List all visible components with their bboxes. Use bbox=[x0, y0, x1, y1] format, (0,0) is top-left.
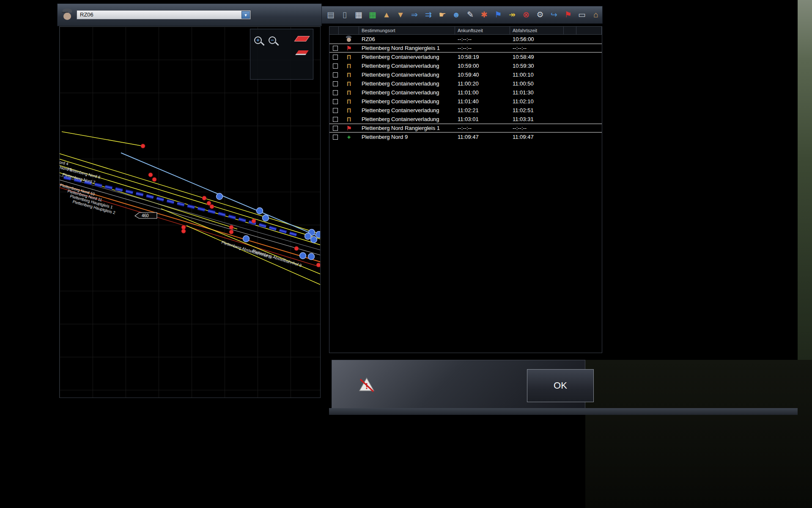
signal-red-dot[interactable] bbox=[207, 201, 211, 205]
signal-blue-dot[interactable] bbox=[243, 236, 250, 242]
row-destination: Plettenberg Containerverladung bbox=[359, 106, 455, 114]
container-terminal-icon: Π bbox=[347, 116, 351, 122]
move-down-icon[interactable]: ▼ bbox=[395, 9, 406, 20]
waypoint-flag-icon: ⚑ bbox=[346, 125, 352, 131]
append-row-icon[interactable]: ⇉ bbox=[423, 9, 434, 20]
timetable-row[interactable]: ΠPlettenberg Containerverladung11:02:211… bbox=[329, 106, 602, 115]
move-up-icon[interactable]: ▲ bbox=[381, 9, 392, 20]
zoom-in-button[interactable]: + bbox=[254, 36, 265, 47]
layout-view-icon[interactable] bbox=[294, 36, 310, 41]
row-checkbox[interactable] bbox=[333, 99, 338, 104]
insert-row-icon[interactable]: ⇒ bbox=[409, 9, 420, 20]
export-icon[interactable]: ↪ bbox=[549, 9, 560, 20]
save-icon[interactable]: ▤ bbox=[325, 9, 336, 20]
row-arrival: 11:02:21 bbox=[455, 106, 510, 114]
signal-blue-dot[interactable] bbox=[257, 208, 263, 214]
timetable-row[interactable]: ΠPlettenberg Containerverladung11:03:011… bbox=[329, 115, 602, 124]
track-edit-icon[interactable] bbox=[295, 50, 309, 55]
waypoint-flag-icon: ⚑ bbox=[346, 45, 352, 51]
timetable-row[interactable]: RZ06--:--:--10:56:00 bbox=[329, 35, 602, 44]
timetable-row[interactable]: ⚑Plettenberg Nord Rangiergleis 1--:--:--… bbox=[329, 44, 602, 52]
pick-icon[interactable]: ☛ bbox=[437, 9, 448, 20]
passenger-icon[interactable]: ☻ bbox=[451, 9, 462, 20]
row-arrival: 10:58:19 bbox=[455, 53, 510, 61]
delete-icon[interactable]: ▯ bbox=[339, 9, 350, 20]
row-destination: Plettenberg Nord Rangiergleis 1 bbox=[359, 44, 455, 52]
row-checkbox[interactable] bbox=[333, 135, 338, 140]
keyboard-icon[interactable]: ▭ bbox=[576, 9, 587, 20]
signal-red-dot[interactable] bbox=[152, 177, 156, 182]
zoom-out-button[interactable]: − bbox=[269, 36, 280, 47]
signal-red-dot[interactable] bbox=[210, 204, 214, 209]
row-arrival: 10:59:40 bbox=[455, 71, 510, 79]
timetable-row[interactable]: ΠPlettenberg Containerverladung10:59:001… bbox=[329, 61, 602, 70]
signal-blue-dot[interactable] bbox=[308, 254, 315, 260]
timetable-row[interactable]: ΠPlettenberg Containerverladung11:00:201… bbox=[329, 79, 602, 88]
row-checkbox[interactable] bbox=[333, 55, 338, 60]
row-checkbox[interactable] bbox=[333, 81, 338, 86]
container-terminal-icon: Π bbox=[347, 99, 351, 105]
timetable-row[interactable]: ΠPlettenberg Containerverladung10:58:191… bbox=[329, 52, 602, 61]
row-checkbox[interactable] bbox=[333, 46, 338, 51]
timetable-row[interactable]: +Plettenberg Nord 911:09:4711:09:47 bbox=[329, 133, 602, 141]
row-destination: Plettenberg Containerverladung bbox=[359, 80, 455, 88]
timetable-row[interactable]: ⚑Plettenberg Nord Rangiergleis 1--:--:--… bbox=[329, 124, 602, 133]
chevron-down-icon[interactable]: ▼ bbox=[241, 11, 250, 19]
track-map-area[interactable]: Plettenberg Nord 4Plettenberg Nord 5Plet… bbox=[59, 26, 321, 398]
track-map: Plettenberg Nord 4Plettenberg Nord 5Plet… bbox=[60, 27, 321, 398]
track-line bbox=[60, 180, 321, 255]
row-checkbox[interactable] bbox=[333, 126, 338, 131]
row-arrival: 11:01:40 bbox=[455, 97, 510, 105]
row-destination: RZ06 bbox=[359, 35, 455, 43]
add-flag-icon[interactable]: ⚑ bbox=[493, 9, 504, 20]
train-selector[interactable]: RZ06 ▼ bbox=[77, 10, 251, 19]
grid-small-icon[interactable]: ▦ bbox=[353, 9, 364, 20]
settings-doc-icon[interactable]: ⚙ bbox=[535, 9, 546, 20]
edit-signal-icon[interactable]: ✎ bbox=[465, 9, 476, 20]
signal-red-dot[interactable] bbox=[141, 144, 145, 148]
signal-red-dot[interactable] bbox=[294, 246, 299, 251]
row-departure: --:--:-- bbox=[510, 44, 564, 52]
signal-red-dot[interactable] bbox=[202, 196, 206, 200]
row-select-cell bbox=[329, 62, 339, 70]
row-departure: 10:58:49 bbox=[510, 53, 564, 61]
signal-red-dot[interactable] bbox=[252, 219, 256, 223]
row-checkbox[interactable] bbox=[333, 90, 338, 95]
signal-blue-dot[interactable] bbox=[311, 237, 317, 243]
row-checkbox[interactable] bbox=[333, 108, 338, 113]
timetable-row[interactable]: ΠPlettenberg Containerverladung11:01:401… bbox=[329, 97, 602, 106]
route-colors-icon[interactable]: ✱ bbox=[479, 9, 490, 20]
row-select-cell bbox=[329, 80, 339, 88]
row-icon-cell: Π bbox=[339, 106, 359, 114]
row-departure: 11:00:10 bbox=[510, 71, 564, 79]
row-destination: Plettenberg Containerverladung bbox=[359, 88, 455, 97]
signal-blue-dot[interactable] bbox=[300, 253, 306, 259]
container-terminal-icon: Π bbox=[347, 90, 351, 96]
row-select-cell bbox=[329, 88, 339, 97]
train-selector-value: RZ06 bbox=[80, 11, 93, 18]
signal-blue-dot[interactable] bbox=[316, 232, 321, 238]
timetable-row[interactable]: ΠPlettenberg Containerverladung10:59:401… bbox=[329, 70, 602, 79]
row-checkbox[interactable] bbox=[333, 72, 338, 77]
jump-icon[interactable]: ↠ bbox=[507, 9, 518, 20]
signal-red-dot[interactable] bbox=[229, 225, 233, 229]
header-departure: Abfahrtszeit bbox=[510, 27, 564, 34]
signal-blue-dot[interactable] bbox=[263, 215, 269, 221]
row-checkbox[interactable] bbox=[333, 64, 338, 69]
remove-target-icon[interactable]: ⊗ bbox=[521, 9, 532, 20]
signal-red-dot[interactable] bbox=[181, 229, 186, 233]
signal-red-dot[interactable] bbox=[148, 173, 153, 177]
row-checkbox[interactable] bbox=[333, 117, 338, 122]
signal-blue-dot[interactable] bbox=[305, 233, 311, 240]
timetable-row[interactable]: ΠPlettenberg Containerverladung11:01:001… bbox=[329, 88, 602, 97]
row-arrival: 11:09:47 bbox=[455, 133, 510, 141]
row-arrival: 11:03:01 bbox=[455, 115, 510, 123]
signal-blue-dot[interactable] bbox=[217, 193, 223, 200]
signal-red-dot[interactable] bbox=[229, 230, 233, 234]
flag-icon[interactable]: ⚑ bbox=[562, 9, 573, 20]
signal-red-dot[interactable] bbox=[316, 263, 321, 267]
grid-large-icon[interactable]: ▦ bbox=[367, 9, 378, 20]
ok-button[interactable]: OK bbox=[527, 369, 594, 402]
depot-icon[interactable]: ⌂ bbox=[590, 9, 601, 20]
timetable-body: RZ06--:--:--10:56:00⚑Plettenberg Nord Ra… bbox=[329, 35, 602, 141]
